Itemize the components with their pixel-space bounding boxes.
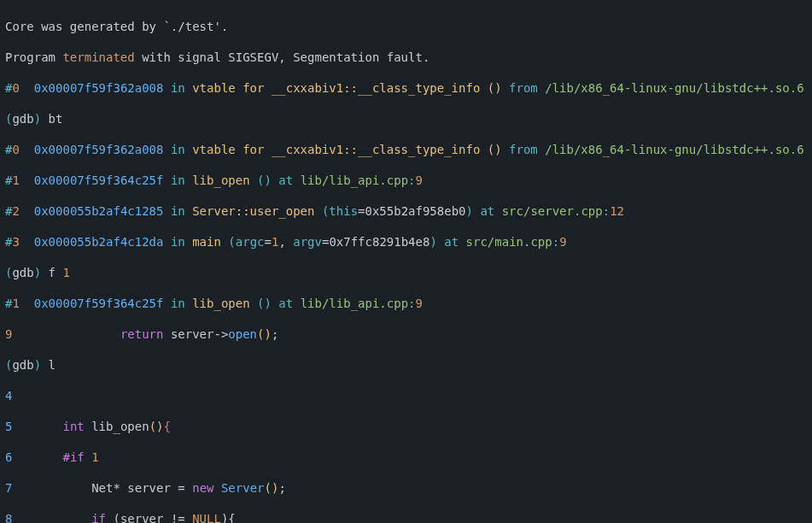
frame0-line: #0 0x00007f59f362a008 in vtable for __cx…: [5, 80, 807, 96]
frame0-sym: vtable for __cxxabiv1::__class_type_info…: [192, 81, 501, 95]
gdb-terminal[interactable]: Core was generated by `./test'. Program …: [0, 0, 812, 523]
src-line-8: 8 if (server != NULL){: [5, 511, 807, 523]
frame1-selected: #1 0x00007f59f364c25f in lib_open () at …: [5, 296, 807, 311]
src-line-6: 6 #if 1: [5, 450, 807, 465]
src-line-9a: 9 return server->open();: [5, 326, 807, 342]
program-line: Program terminated with signal SIGSEGV, …: [5, 50, 807, 65]
gdb-prompt-list[interactable]: (gdb) l: [5, 357, 807, 373]
src-line-7: 7 Net* server = new Server();: [5, 480, 807, 496]
frame0-lib: /lib/x86_64-linux-gnu/libstdc++.so.6: [545, 81, 803, 95]
core-text: Core was generated by `./test'.: [5, 20, 228, 33]
src-line-4: 4: [5, 388, 807, 403]
bt-frame2: #2 0x000055b2af4c1285 in Server::user_op…: [5, 203, 807, 219]
terminated-word: terminated: [62, 50, 134, 64]
bt-frame0: #0 0x00007f59f362a008 in vtable for __cx…: [5, 142, 807, 157]
cmd-list: l: [41, 358, 55, 372]
bt-frame1: #1 0x00007f59f364c25f in lib_open () at …: [5, 173, 807, 188]
frame0-addr: 0x00007f59f362a008: [34, 81, 164, 95]
src-line-5: 5 int lib_open(){: [5, 419, 807, 434]
cmd-bt: bt: [41, 112, 62, 126]
bt-frame3: #3 0x000055b2af4c12da in main (argc=1, a…: [5, 234, 807, 250]
core-line: Core was generated by `./test'.: [5, 19, 807, 34]
gdb-prompt-frame[interactable]: (gdb) f 1: [5, 265, 807, 280]
gdb-prompt-bt[interactable]: (gdb) bt: [5, 111, 807, 126]
